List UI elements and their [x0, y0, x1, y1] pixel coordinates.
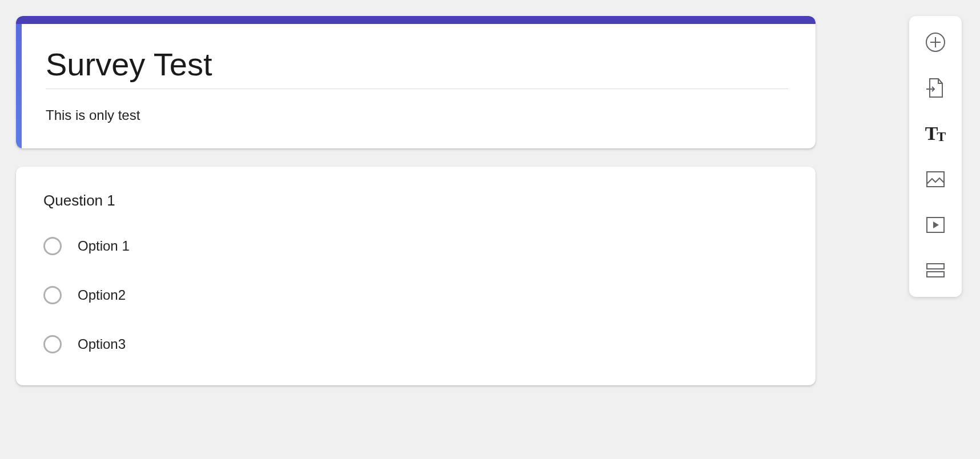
option-label[interactable]: Option2 [78, 287, 126, 303]
plus-circle-icon [924, 31, 947, 54]
option-row[interactable]: Option 1 [43, 237, 788, 255]
option-label[interactable]: Option 1 [78, 238, 130, 254]
side-toolbar: TT [909, 16, 962, 297]
import-doc-icon [924, 76, 947, 99]
title-divider [46, 88, 788, 89]
form-title-input[interactable]: Survey Test [46, 46, 788, 83]
option-row[interactable]: Option3 [43, 335, 788, 353]
question-card[interactable]: Question 1 Option 1 Option2 Option3 [16, 167, 816, 385]
section-icon [924, 259, 947, 282]
svg-marker-6 [933, 222, 939, 228]
radio-icon [43, 286, 62, 304]
image-icon [924, 168, 947, 191]
form-description-input[interactable]: This is only test [46, 107, 788, 123]
add-question-button[interactable] [923, 30, 948, 55]
svg-rect-8 [927, 272, 944, 277]
import-questions-button[interactable] [923, 75, 948, 100]
video-icon [924, 214, 947, 236]
form-editor-main: Survey Test This is only test Question 1… [16, 16, 816, 385]
radio-icon [43, 335, 62, 353]
form-header-card[interactable]: Survey Test This is only test [16, 16, 816, 148]
radio-icon [43, 237, 62, 255]
question-title[interactable]: Question 1 [43, 192, 788, 210]
add-video-button[interactable] [923, 212, 948, 237]
option-row[interactable]: Option2 [43, 286, 788, 304]
text-icon: TT [925, 124, 946, 143]
option-label[interactable]: Option3 [78, 336, 126, 352]
add-image-button[interactable] [923, 167, 948, 192]
add-title-button[interactable]: TT [923, 121, 948, 146]
add-section-button[interactable] [923, 258, 948, 283]
svg-rect-4 [927, 172, 944, 187]
svg-rect-7 [927, 264, 944, 269]
